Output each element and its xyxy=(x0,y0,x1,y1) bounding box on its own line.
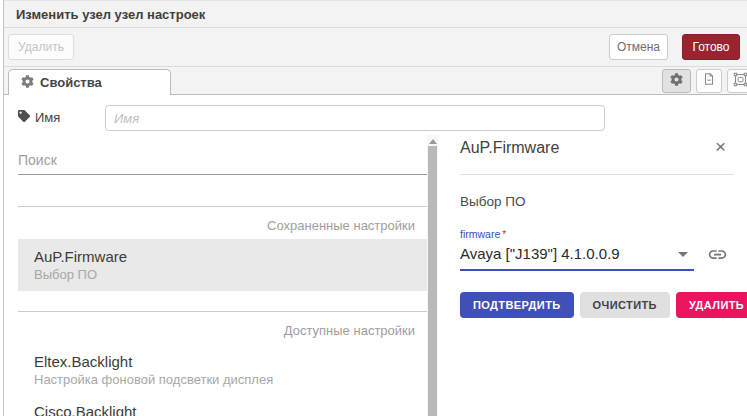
properties-tab-button[interactable] xyxy=(662,69,691,93)
dialog-main: Изменить узел узел настроек Удалить Отме… xyxy=(3,0,747,416)
list-item-subtitle: Выбор ПО xyxy=(34,266,411,283)
scrollbar-thumb[interactable] xyxy=(428,146,437,416)
close-icon[interactable]: × xyxy=(715,139,726,155)
list-divider xyxy=(18,311,427,312)
detail-title: AuP.Firmware xyxy=(460,139,559,157)
detail-panel: AuP.Firmware × Выбор ПО firmware* Avaya … xyxy=(455,129,747,416)
dialog-title: Изменить узел узел настроек xyxy=(16,7,205,22)
list-item-cisco-backlight[interactable]: Cisco.Backlight xyxy=(18,396,427,416)
detail-header: AuP.Firmware × xyxy=(460,129,734,157)
firmware-field-label: firmware* xyxy=(460,228,734,240)
dialog-titlebar: Изменить узел узел настроек xyxy=(4,0,747,28)
list-item-eltex-backlight[interactable]: Eltex.Backlight Настройка фоновой подсве… xyxy=(18,344,427,396)
list-item-title: AuP.Firmware xyxy=(34,247,411,266)
detail-description: Выбор ПО xyxy=(460,194,734,209)
appearance-frame-icon xyxy=(733,72,747,91)
document-icon xyxy=(702,72,716,90)
delete-node-button[interactable]: Удалить xyxy=(8,34,74,60)
detail-divider xyxy=(460,174,734,175)
firmware-select[interactable]: Avaya ["J139"] 4.1.0.0.9 xyxy=(460,243,694,271)
list-item-title: Cisco.Backlight xyxy=(34,402,411,416)
editor-tabbar: Свойства xyxy=(4,67,747,95)
tab-icon-buttons xyxy=(662,69,747,93)
confirm-button[interactable]: ПОДТВЕРДИТЬ xyxy=(460,292,574,318)
list-divider xyxy=(18,206,427,207)
tag-icon xyxy=(18,110,30,125)
name-field-row: Имя xyxy=(18,110,60,125)
section-header-available: Доступные настройки xyxy=(18,323,427,338)
list-item-subtitle: Настройка фоновой подсветки дисплея xyxy=(34,371,411,388)
appearance-tab-button[interactable] xyxy=(727,69,747,93)
detail-buttons-row: ПОДТВЕРДИТЬ ОЧИСТИТЬ УДАЛИТЬ xyxy=(460,292,734,318)
list-item-title: Eltex.Backlight xyxy=(34,352,411,371)
list-item-aup-firmware[interactable]: AuP.Firmware Выбор ПО xyxy=(18,239,427,291)
section-header-saved: Сохраненные настройки xyxy=(18,218,427,233)
tab-properties[interactable]: Свойства xyxy=(8,69,171,95)
config-list-panel: Сохраненные настройки AuP.Firmware Выбор… xyxy=(18,147,427,416)
name-input[interactable] xyxy=(105,105,605,131)
dialog-toolbar: Удалить Отмена Готово xyxy=(4,28,747,67)
gear-icon xyxy=(670,72,683,90)
edit-config-node-dialog: Изменить узел узел настроек Удалить Отме… xyxy=(0,0,747,416)
gear-icon xyxy=(21,75,34,91)
chevron-down-icon xyxy=(678,252,688,257)
search-input[interactable] xyxy=(18,147,427,175)
done-button[interactable]: Готово xyxy=(682,34,740,60)
delete-config-button[interactable]: УДАЛИТЬ xyxy=(676,292,747,318)
dialog-content: Имя Сохраненные настройки AuP.Firmware В… xyxy=(4,95,747,416)
firmware-select-value: Avaya ["J139"] 4.1.0.0.9 xyxy=(460,245,620,262)
clear-button[interactable]: ОЧИСТИТЬ xyxy=(580,292,670,318)
scroll-up-arrow-icon[interactable] xyxy=(428,137,437,145)
firmware-label-text: firmware xyxy=(460,228,500,240)
list-scrollbar[interactable] xyxy=(427,135,438,416)
link-icon[interactable] xyxy=(707,244,728,268)
description-tab-button[interactable] xyxy=(696,69,722,93)
firmware-select-row: Avaya ["J139"] 4.1.0.0.9 xyxy=(460,243,734,271)
name-field-label: Имя xyxy=(35,110,60,125)
cancel-button[interactable]: Отмена xyxy=(609,34,668,60)
tab-properties-label: Свойства xyxy=(40,75,102,90)
required-marker: * xyxy=(502,228,506,240)
